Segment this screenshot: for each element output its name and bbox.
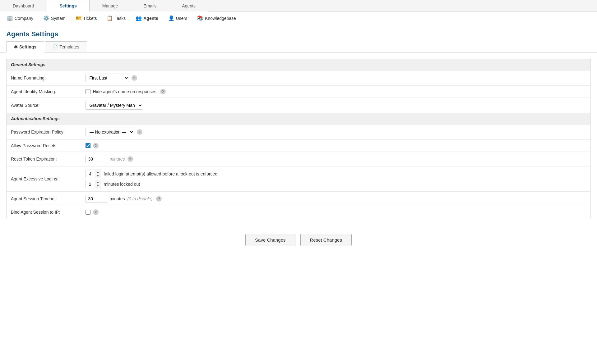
page-title: Agents Settings	[0, 25, 597, 41]
button-row: Save Changes Reset Changes	[0, 225, 597, 255]
agent-excessive-logins-value: 4 ▲ ▼ failed login attempt(s) allowed be…	[81, 166, 591, 192]
auth-settings-header: Authentication Settings	[7, 113, 591, 125]
subnav-tickets-label: Tickets	[83, 16, 97, 21]
subnav-agents[interactable]: 👥 Agents	[134, 14, 160, 22]
users-icon: 👤	[168, 15, 174, 21]
settings-table: General Settings Name Formatting: First …	[6, 59, 591, 218]
subnav-knowledgebase-label: Knowledgebase	[205, 16, 236, 21]
tab-templates-section[interactable]: 📄 Templates	[45, 41, 87, 52]
sub-navigation: 🏢 Company ⚙️ System 🎫 Tickets 📋 Tasks 👥 …	[0, 11, 597, 25]
lockout-minutes-down-arrow[interactable]: ▼	[95, 184, 101, 188]
failed-attempts-arrows: ▲ ▼	[95, 170, 101, 178]
bind-agent-session-ip-checkbox[interactable]	[86, 210, 90, 215]
reset-changes-button[interactable]: Reset Changes	[300, 234, 352, 246]
password-expiration-select[interactable]: — No expiration — 30 days 60 days 90 day…	[86, 128, 134, 136]
failed-attempts-up-arrow[interactable]: ▲	[95, 170, 101, 174]
tab-settings[interactable]: Settings	[47, 0, 90, 11]
agent-identity-masking-value: Hide agent's name on responses. ?	[81, 86, 591, 98]
reset-token-expiration-help-icon[interactable]: ?	[127, 156, 133, 162]
content-area: General Settings Name Formatting: First …	[0, 52, 597, 225]
agent-session-timeout-input[interactable]	[86, 195, 107, 203]
avatar-source-row: Avatar Source: Gravatar / Mystery Man Up…	[7, 98, 591, 113]
password-expiration-value: — No expiration — 30 days 60 days 90 day…	[81, 125, 591, 140]
avatar-source-value: Gravatar / Mystery Man Uploaded Avatar I…	[81, 98, 591, 113]
agent-session-timeout-value: minutes (0 to disable). ?	[81, 192, 591, 206]
subnav-users-label: Users	[176, 16, 187, 21]
tab-agents-top[interactable]: Agents	[169, 0, 208, 11]
agent-session-timeout-label: Agent Session Timeout:	[7, 192, 81, 206]
subnav-users[interactable]: 👤 Users	[166, 14, 189, 22]
agent-identity-masking-help-icon[interactable]: ?	[160, 89, 166, 94]
failed-attempts-value: 4	[86, 170, 95, 178]
lockout-minutes-spinner: 2 ▲ ▼	[86, 180, 101, 188]
agent-excessive-logins-label: Agent Excessive Logins:	[7, 166, 81, 192]
name-formatting-label: Name Formatting:	[7, 71, 81, 86]
lockout-minutes-suffix: minutes locked out	[104, 182, 140, 187]
subnav-company-label: Company	[15, 16, 33, 21]
templates-tab-icon: 📄	[53, 44, 58, 49]
tasks-icon: 📋	[107, 15, 113, 21]
general-settings-header-row: General Settings	[7, 59, 591, 71]
avatar-source-select[interactable]: Gravatar / Mystery Man Uploaded Avatar I…	[86, 101, 143, 110]
name-formatting-help-icon[interactable]: ?	[132, 75, 137, 81]
failed-attempts-down-arrow[interactable]: ▼	[95, 174, 101, 178]
save-changes-button[interactable]: Save Changes	[245, 234, 295, 246]
allow-password-resets-help-icon[interactable]: ?	[93, 143, 99, 148]
subnav-knowledgebase[interactable]: 📚 Knowledgebase	[195, 14, 238, 22]
tab-settings-section[interactable]: ✱ Settings	[6, 41, 44, 52]
avatar-source-label: Avatar Source:	[7, 98, 81, 113]
company-icon: 🏢	[7, 15, 13, 21]
bind-agent-session-ip-label: Bind Agent Session to IP:	[7, 206, 81, 218]
reset-token-expiration-row: Reset Token Expiration: minutes ?	[7, 152, 591, 166]
allow-password-resets-value: ?	[81, 140, 591, 152]
agent-session-timeout-row: Agent Session Timeout: minutes (0 to dis…	[7, 192, 591, 206]
reset-token-expiration-label: Reset Token Expiration:	[7, 152, 81, 166]
allow-password-resets-checkbox[interactable]	[86, 143, 90, 148]
auth-settings-header-row: Authentication Settings	[7, 113, 591, 125]
bind-agent-session-ip-value: ?	[81, 206, 591, 218]
password-expiration-label: Password Expiration Policy:	[7, 125, 81, 140]
top-navigation: Dashboard Settings Manage Emails Agents	[0, 0, 597, 11]
agent-session-timeout-hint: (0 to disable).	[127, 196, 154, 201]
subnav-tickets[interactable]: 🎫 Tickets	[74, 14, 99, 22]
templates-tab-label: Templates	[59, 44, 79, 49]
reset-token-expiration-suffix: minutes	[110, 157, 125, 162]
subnav-tasks[interactable]: 📋 Tasks	[105, 14, 127, 22]
lockout-minutes-arrows: ▲ ▼	[95, 180, 101, 188]
subnav-company[interactable]: 🏢 Company	[5, 14, 35, 22]
general-settings-header: General Settings	[7, 59, 591, 71]
agent-session-timeout-suffix: minutes	[110, 196, 125, 201]
bind-agent-session-ip-help-icon[interactable]: ?	[93, 209, 99, 215]
failed-attempts-spinner: 4 ▲ ▼	[86, 170, 101, 178]
lockout-minutes-up-arrow[interactable]: ▲	[95, 180, 101, 184]
reset-token-expiration-input[interactable]	[86, 155, 107, 163]
tab-dashboard[interactable]: Dashboard	[0, 0, 47, 11]
bind-agent-session-ip-row: Bind Agent Session to IP: ?	[7, 206, 591, 218]
name-formatting-value: First Last Last First First Name Only ?	[81, 71, 591, 86]
section-tabs: ✱ Settings 📄 Templates	[0, 41, 597, 52]
agent-identity-masking-text: Hide agent's name on responses.	[93, 89, 158, 94]
settings-tab-label: Settings	[19, 44, 36, 49]
agent-identity-masking-label: Agent Identity Masking:	[7, 86, 81, 98]
subnav-agents-label: Agents	[143, 16, 158, 21]
tab-emails[interactable]: Emails	[131, 0, 169, 11]
system-icon: ⚙️	[43, 15, 49, 21]
agent-excessive-logins-row: Agent Excessive Logins: 4 ▲ ▼ failed log…	[7, 166, 591, 192]
tab-manage[interactable]: Manage	[90, 0, 131, 11]
failed-attempts-suffix: failed login attempt(s) allowed before a…	[104, 171, 217, 176]
password-expiration-row: Password Expiration Policy: — No expirat…	[7, 125, 591, 140]
agents-icon: 👥	[136, 15, 142, 21]
subnav-system[interactable]: ⚙️ System	[41, 14, 67, 22]
name-formatting-select[interactable]: First Last Last First First Name Only	[86, 74, 129, 82]
password-expiration-help-icon[interactable]: ?	[137, 129, 142, 135]
agent-identity-masking-checkbox[interactable]	[86, 89, 90, 94]
knowledgebase-icon: 📚	[197, 15, 203, 21]
tickets-icon: 🎫	[76, 15, 82, 21]
subnav-system-label: System	[51, 16, 66, 21]
subnav-tasks-label: Tasks	[114, 16, 126, 21]
agent-session-timeout-help-icon[interactable]: ?	[156, 196, 162, 202]
reset-token-expiration-value: minutes ?	[81, 152, 591, 166]
allow-password-resets-row: Allow Password Resets: ?	[7, 140, 591, 152]
settings-tab-icon: ✱	[14, 44, 18, 49]
allow-password-resets-label: Allow Password Resets:	[7, 140, 81, 152]
